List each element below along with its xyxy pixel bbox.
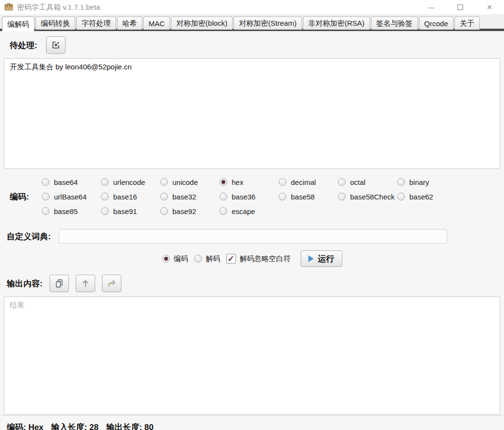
mode-row: 编码解码 ✓ 解码忽略空白符 运行 [0,246,504,271]
radio-dot [219,193,227,200]
radio-base85[interactable]: base85 [42,207,101,215]
radio-dot [42,193,50,200]
radio-base32[interactable]: base32 [160,193,219,201]
radio-编码[interactable]: 编码 [162,254,188,264]
radio-label: binary [409,178,429,186]
minimize-icon: — [428,3,435,11]
tab-qrcode[interactable]: Qrcode [419,17,454,30]
title-bar: 密码学工具箱 v.1.7.1.beta — ✕ [0,0,504,15]
close-icon: ✕ [487,3,492,11]
radio-dot [162,255,170,263]
radio-base58Check[interactable]: base58Check [338,193,397,201]
import-button[interactable] [46,36,66,54]
radio-base36[interactable]: base36 [219,193,279,201]
play-icon [308,255,314,262]
ignore-whitespace-checkbox[interactable]: ✓ 解码忽略空白符 [226,254,291,264]
output-textarea[interactable] [4,297,500,415]
tab-about[interactable]: 关于 [454,17,480,30]
radio-binary[interactable]: binary [397,178,456,186]
input-textarea[interactable]: 开发工具集合 by leon406@52pojie.cn [4,58,500,169]
copy-button[interactable] [50,275,69,292]
radio-dot [160,178,168,186]
radio-base62[interactable]: base62 [397,193,456,201]
copy-icon [54,279,64,288]
radio-label: octal [350,178,366,186]
radio-base92[interactable]: base92 [160,207,219,215]
radio-label: urlBase64 [54,193,87,201]
radio-label: unicode [172,178,198,186]
radio-base58[interactable]: base58 [279,193,338,201]
tab-encode-decode[interactable]: 编解码 [2,17,34,32]
encoding-options: base64urlencodeunicodehexdecimaloctalbin… [42,175,504,218]
pending-row: 待处理: [0,31,504,58]
tab-char-process[interactable]: 字符处理 [76,17,116,30]
minimize-button[interactable]: — [417,0,446,15]
share-button[interactable] [102,275,121,292]
radio-dot [338,178,346,186]
radio-label: base16 [113,193,137,201]
run-label: 运行 [318,253,335,265]
radio-dot [42,207,50,215]
up-arrow-icon [81,279,90,288]
input-label: 待处理: [10,40,37,51]
tab-asym-rsa[interactable]: 非对称加密(RSA) [303,17,370,30]
encoding-options-row: base85base91base92escape [42,204,504,218]
radio-dot [101,178,109,186]
radio-label: base92 [172,207,196,215]
radio-label: urlencode [113,178,145,186]
run-button[interactable]: 运行 [301,250,342,267]
checkbox-icon: ✓ [226,254,236,264]
radio-dot [219,178,227,186]
radio-dot [279,178,286,186]
radio-dot [279,193,286,200]
radio-dot [101,207,109,215]
radio-label: 编码 [174,254,188,264]
window-title: 密码学工具箱 v.1.7.1.beta [17,3,100,12]
dictionary-input[interactable] [59,229,447,244]
radio-escape[interactable]: escape [219,207,279,215]
dictionary-row: 自定义词典: [0,222,504,246]
radio-label: base36 [232,193,255,201]
radio-urlBase64[interactable]: urlBase64 [42,193,101,201]
radio-urlencode[interactable]: urlencode [101,178,160,186]
tab-sym-stream[interactable]: 对称加密(Stream) [234,17,302,30]
radio-label: decimal [291,178,316,186]
radio-label: base91 [113,207,137,215]
close-button[interactable]: ✕ [475,0,504,15]
tab-sign-verify[interactable]: 签名与验签 [371,17,418,30]
tab-encoding-convert[interactable]: 编码转换 [35,17,75,30]
radio-label: hex [232,178,243,186]
status-encoding: 编码: Hex [7,422,44,430]
radio-label: base64 [54,178,78,186]
tab-sym-block[interactable]: 对称加密(block) [171,17,233,30]
status-bar: 编码: Hex 输入长度: 28 输出长度: 80 [0,415,504,430]
tab-mac[interactable]: MAC [143,17,170,30]
maximize-button[interactable] [446,0,475,15]
radio-decimal[interactable]: decimal [279,178,338,186]
radio-dot [194,255,202,263]
up-button[interactable] [76,275,95,292]
radio-octal[interactable]: octal [338,178,397,186]
radio-label: base58Check [350,193,395,201]
radio-label: base62 [409,193,433,201]
radio-dot [338,193,346,200]
radio-label: base58 [291,193,315,201]
app-window: 密码学工具箱 v.1.7.1.beta — ✕ 编解码编码转换字符处理哈希MAC… [0,0,504,430]
status-output-length: 输出长度: 80 [106,422,153,430]
radio-base64[interactable]: base64 [42,178,101,186]
radio-dot [101,193,109,200]
radio-base16[interactable]: base16 [101,193,160,201]
toolbox-app-icon [4,2,14,12]
radio-dot [397,193,405,200]
radio-label: base32 [172,193,196,201]
tab-hash[interactable]: 哈希 [117,17,142,30]
radio-base91[interactable]: base91 [101,207,160,215]
output-row: 输出内容: [0,271,504,297]
radio-dot [42,178,50,186]
radio-解码[interactable]: 解码 [194,254,220,264]
radio-dot [160,207,168,215]
radio-unicode[interactable]: unicode [160,178,219,186]
radio-hex[interactable]: hex [219,178,279,186]
radio-dot [397,178,405,186]
output-label: 输出内容: [7,278,43,289]
